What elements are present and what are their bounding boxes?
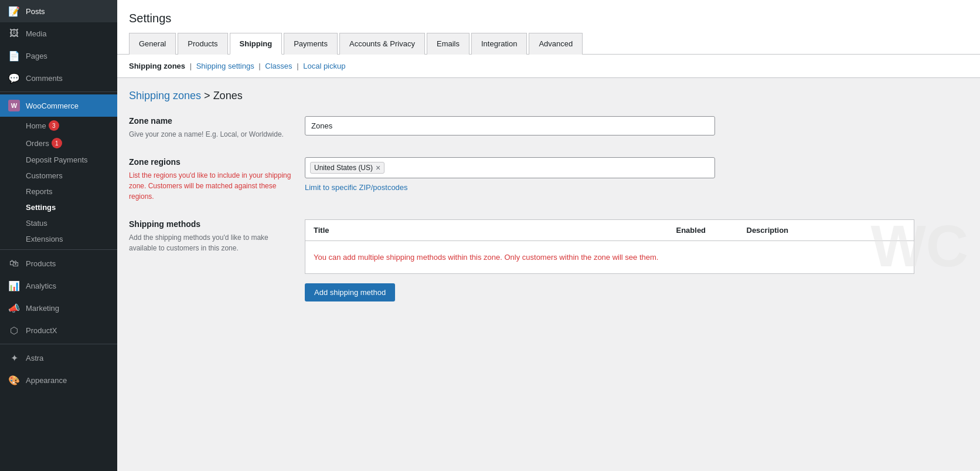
breadcrumb-current: Zones (213, 90, 243, 101)
tab-advanced[interactable]: Advanced (529, 33, 583, 55)
sidebar-item-label: Media (26, 29, 46, 38)
shipping-methods-field-col: Title Enabled Description You can add mu… (305, 219, 968, 301)
sidebar-item-appearance[interactable]: 🎨 Appearance (0, 369, 117, 391)
add-method-container: Add shipping method (305, 283, 968, 301)
sidebar-item-label: ProductX (26, 326, 57, 335)
sub-item-label: Reports (26, 187, 53, 196)
sidebar-item-pages[interactable]: 📄 Pages (0, 45, 117, 67)
zone-name-input[interactable] (305, 116, 715, 135)
sidebar-item-label: Astra (26, 354, 43, 362)
sidebar-item-label: Posts (26, 7, 45, 16)
sidebar-item-marketing[interactable]: 📣 Marketing (0, 297, 117, 319)
table-header-row: Title Enabled Description (305, 220, 914, 241)
zone-name-description: Give your zone a name! E.g. Local, or Wo… (129, 129, 293, 140)
tab-emails[interactable]: Emails (427, 33, 469, 55)
tab-accounts-privacy[interactable]: Accounts & Privacy (339, 33, 425, 55)
zone-regions-description: List the regions you'd like to include i… (129, 170, 293, 202)
subnav-separator-1: | (190, 62, 194, 70)
breadcrumb: Shipping zones > Zones (129, 90, 968, 102)
sub-item-label: Status (26, 219, 47, 228)
zone-name-heading: Zone name (129, 116, 293, 126)
region-tag-remove[interactable]: × (376, 164, 380, 172)
sidebar-item-label: Analytics (26, 282, 56, 290)
sub-navigation: Shipping zones | Shipping settings | Cla… (117, 55, 980, 78)
table-empty-row: You can add multiple shipping methods wi… (305, 241, 914, 274)
shipping-methods-section: Shipping methods Add the shipping method… (129, 219, 968, 301)
media-icon: 🖼 (8, 28, 20, 39)
sidebar: 📝 Posts 🖼 Media 📄 Pages 💬 Comments W Woo… (0, 0, 117, 471)
sidebar-sub-item-reports[interactable]: Reports (0, 184, 117, 199)
zone-regions-input[interactable]: United States (US) × (305, 157, 715, 178)
subnav-link-local-pickup[interactable]: Local pickup (303, 62, 345, 70)
add-shipping-method-button[interactable]: Add shipping method (305, 283, 395, 301)
zone-regions-heading: Zone regions (129, 157, 293, 167)
col-header-enabled: Enabled (668, 220, 739, 241)
sidebar-separator-3 (0, 344, 117, 344)
sidebar-separator-2 (0, 249, 117, 250)
zone-regions-label-col: Zone regions List the regions you'd like… (129, 157, 293, 202)
sidebar-sub-item-extensions[interactable]: Extensions (0, 231, 117, 247)
sidebar-item-analytics[interactable]: 📊 Analytics (0, 275, 117, 297)
tab-general[interactable]: General (129, 33, 176, 55)
sidebar-sub-item-customers[interactable]: Customers (0, 168, 117, 184)
sub-item-label: Home (26, 121, 46, 130)
sidebar-item-productx[interactable]: ⬡ ProductX (0, 319, 117, 341)
shipping-methods-table-container: Title Enabled Description You can add mu… (305, 219, 968, 274)
tab-integration[interactable]: Integration (471, 33, 527, 55)
subnav-separator-2: | (258, 62, 263, 70)
main-content: Settings General Products Shipping Payme… (117, 0, 980, 471)
sidebar-item-label: Appearance (26, 376, 67, 385)
sidebar-item-products[interactable]: 🛍 Products (0, 252, 117, 275)
sidebar-sub-item-orders[interactable]: Orders 1 (0, 134, 117, 152)
marketing-icon: 📣 (8, 302, 20, 314)
sidebar-item-comments[interactable]: 💬 Comments (0, 67, 117, 89)
breadcrumb-separator: > (204, 90, 213, 101)
zone-name-section: Zone name Give your zone a name! E.g. Lo… (129, 116, 968, 140)
region-tag-label: United States (US) (314, 164, 373, 172)
tab-payments[interactable]: Payments (284, 33, 338, 55)
empty-message: You can add multiple shipping methods wi… (305, 241, 914, 274)
sidebar-item-media[interactable]: 🖼 Media (0, 22, 117, 45)
productx-icon: ⬡ (8, 324, 20, 336)
col-header-description: Description (739, 220, 914, 241)
limit-zip-link[interactable]: Limit to specific ZIP/postcodes (305, 183, 968, 192)
page-title: Settings (129, 6, 968, 32)
breadcrumb-link[interactable]: Shipping zones (129, 90, 201, 101)
shipping-methods-label-col: Shipping methods Add the shipping method… (129, 219, 293, 253)
orders-badge: 1 (52, 138, 62, 148)
empty-message-text: You can add multiple shipping methods wi… (314, 253, 658, 262)
sidebar-item-astra[interactable]: ✦ Astra (0, 347, 117, 369)
sidebar-separator (0, 92, 117, 92)
sub-item-label: Customers (26, 171, 63, 180)
sidebar-sub-item-status[interactable]: Status (0, 215, 117, 231)
sub-item-label: Settings (26, 203, 56, 212)
zone-regions-field-col: United States (US) × Limit to specific Z… (305, 157, 968, 192)
sub-item-label: Deposit Payments (26, 155, 88, 164)
appearance-icon: 🎨 (8, 374, 20, 386)
subnav-link-shipping-settings[interactable]: Shipping settings (196, 62, 254, 70)
sidebar-sub-item-settings[interactable]: Settings (0, 199, 117, 215)
home-badge: 3 (49, 120, 59, 131)
zone-name-field-col (305, 116, 968, 135)
region-tag-us: United States (US) × (310, 162, 384, 174)
zone-regions-section: Zone regions List the regions you'd like… (129, 157, 968, 202)
sidebar-sub-item-deposit-payments[interactable]: Deposit Payments (0, 152, 117, 168)
analytics-icon: 📊 (8, 280, 20, 292)
astra-icon: ✦ (8, 352, 20, 364)
sidebar-item-woocommerce[interactable]: W WooCommerce (0, 94, 117, 117)
tab-shipping[interactable]: Shipping (230, 33, 283, 55)
sidebar-item-label: Comments (26, 74, 63, 83)
tab-products[interactable]: Products (178, 33, 227, 55)
subnav-link-classes[interactable]: Classes (265, 62, 292, 70)
tabs-bar: General Products Shipping Payments Accou… (129, 32, 968, 54)
col-header-title: Title (305, 220, 668, 241)
woocommerce-icon: W (8, 100, 20, 111)
sidebar-sub-item-home[interactable]: Home 3 (0, 117, 117, 134)
subnav-separator-3: | (297, 62, 301, 70)
sidebar-item-posts[interactable]: 📝 Posts (0, 0, 117, 22)
table-head: Title Enabled Description (305, 220, 914, 241)
table-body: You can add multiple shipping methods wi… (305, 241, 914, 274)
content-area: Settings General Products Shipping Payme… (117, 0, 980, 471)
page-header: Settings General Products Shipping Payme… (117, 0, 980, 55)
comments-icon: 💬 (8, 72, 20, 84)
